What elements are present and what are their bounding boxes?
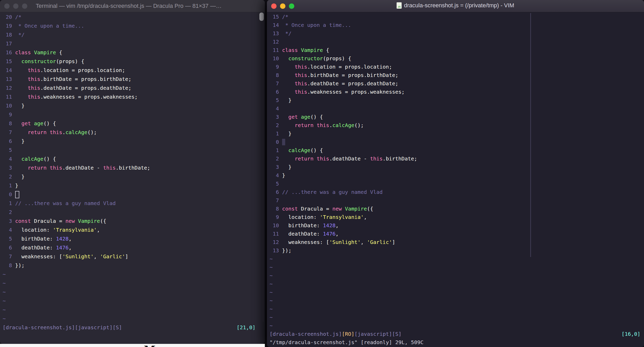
line-number: 6 [3,243,12,252]
window-title: Terminal — vim /tmp/dracula-screenshot.j… [36,3,222,9]
code-line[interactable]: 8 get age() { [3,119,265,128]
line-number: 7 [270,196,279,205]
code-line[interactable]: 1} [3,181,265,190]
code-line[interactable]: 6 this.weaknesses = props.weaknesses; [270,88,644,96]
line-number: 17 [3,39,12,48]
line-number: 1 [270,146,279,154]
code-line[interactable]: 3const Dracula = new Vampire({ [3,217,265,225]
code-line[interactable]: 7 return this.calcAge(); [3,128,265,137]
line-number: 6 [270,188,279,196]
minimize-button[interactable] [13,3,19,9]
code-text: get age() { [15,120,56,127]
code-line[interactable]: 4} [270,171,644,180]
empty-line-tilde: ~ [3,314,265,323]
code-line[interactable]: 0 [270,138,644,146]
close-button[interactable] [4,3,10,9]
code-line[interactable]: 14 this.location = props.location; [3,66,265,75]
right-window-titlebar[interactable]: dracula-screenshot.js = (/private/tmp) -… [267,0,644,12]
code-line[interactable]: 8const Dracula = new Vampire({ [270,205,644,213]
vim-statusline: [dracula-screenshot.js][RO][javascript][… [270,330,644,338]
code-line[interactable]: 18 */ [3,30,265,39]
code-line[interactable]: 10 birthDate: 1428, [270,221,644,230]
desktop: Terminal — vim /tmp/dracula-screenshot.j… [0,0,644,347]
code-text: return this.calcAge(); [15,129,97,135]
code-line[interactable]: 12 this.deathDate = props.deathDate; [3,83,265,92]
code-line[interactable]: 10 } [3,101,265,110]
code-line[interactable]: 16class Vampire { [3,48,265,57]
code-line[interactable]: 8}); [3,261,265,270]
code-line[interactable]: 11 deathDate: 1476, [270,230,644,238]
code-text: this.birthDate = props.birthDate; [282,72,398,78]
code-line[interactable]: 6// ...there was a guy named Vlad [270,188,644,196]
code-text: } [282,164,291,170]
code-line[interactable]: 1 } [270,129,644,138]
code-line[interactable]: 12 [270,38,644,46]
code-line[interactable]: 13}); [270,246,644,255]
code-line[interactable]: 5 [270,180,644,188]
left-terminal-window[interactable]: Terminal — vim /tmp/dracula-screenshot.j… [0,0,265,344]
code-line[interactable]: 17 [3,39,265,48]
code-text: weaknesses: ['Sunlight', 'Garlic'] [15,253,128,260]
code-line[interactable]: 8 this.birthDate = props.birthDate; [270,71,644,79]
code-line[interactable]: 19 * Once upon a time... [3,21,265,30]
code-line[interactable]: 10 constructor(props) { [270,54,644,63]
code-line[interactable]: 3 return this.deathDate - this.birthDate… [3,163,265,172]
vim-buffer-right[interactable]: 15/*14 * Once upon a time...13 */1211cla… [267,12,644,347]
colorcolumn-ruler [530,13,531,257]
code-line[interactable]: 9 location: 'Transylvania', [270,213,644,221]
code-text: return this.calcAge(); [282,122,364,128]
code-line[interactable]: 13 this.birthDate = props.birthDate; [3,75,265,83]
code-line[interactable]: 9 [3,110,265,119]
zoom-button[interactable] [22,3,27,9]
code-line[interactable]: 7 [270,196,644,205]
close-button[interactable] [271,3,277,9]
code-line[interactable]: 2 } [3,172,265,181]
left-window-titlebar[interactable]: Terminal — vim /tmp/dracula-screenshot.j… [0,0,265,12]
code-line[interactable]: 15/* [270,13,644,21]
code-line[interactable]: 7 weaknesses: ['Sunlight', 'Garlic'] [3,252,265,261]
code-line[interactable]: 4 [270,104,644,113]
code-text: this.deathDate = props.deathDate; [15,85,132,91]
code-line[interactable]: 5 birthDate: 1428, [3,234,265,243]
code-line[interactable]: 6 deathDate: 1476, [3,243,265,252]
code-line[interactable]: 12 weaknesses: ['Sunlight', 'Garlic'] [270,238,644,246]
right-terminal-window[interactable]: dracula-screenshot.js = (/private/tmp) -… [267,0,644,347]
code-text: */ [15,32,25,38]
code-line[interactable]: 20/* [3,13,265,21]
empty-line-tilde: ~ [270,288,644,296]
code-line[interactable]: 2 return this.calcAge(); [270,121,644,129]
code-line[interactable]: 4 location: 'Transylvania', [3,225,265,234]
code-line[interactable]: 2 return this.deathDate - this.birthDate… [270,154,644,163]
code-line[interactable]: 5 [3,146,265,154]
code-line[interactable]: 15 constructor(props) { [3,57,265,66]
scrollbar-thumb[interactable] [259,13,264,21]
code-line[interactable]: 14 * Once upon a time... [270,21,644,29]
code-line[interactable]: 11 this.weaknesses = props.weaknesses; [3,92,265,101]
line-number: 13 [3,75,12,83]
line-number: 7 [3,252,12,261]
code-line[interactable]: 3 get age() { [270,113,644,121]
code-text: location: 'Transylvania', [15,227,100,233]
minimize-button[interactable] [280,3,285,9]
code-text: class Vampire { [15,49,62,56]
line-number: 6 [270,88,279,96]
code-line[interactable]: 5 } [270,96,644,104]
code-line[interactable]: 1// ...there was a guy named Vlad [3,199,265,208]
zoom-button[interactable] [289,3,294,9]
code-line[interactable]: 6 } [3,137,265,146]
code-line[interactable]: 11class Vampire { [270,46,644,54]
vim-buffer-left[interactable]: 20/*19 * Once upon a time...18 */1716cla… [0,12,265,344]
code-line[interactable]: 3 } [270,163,644,171]
code-line[interactable]: 0 [3,190,265,199]
line-number: 16 [3,48,12,57]
line-number: 4 [3,225,12,234]
code-line[interactable]: 7 this.deathDate = props.deathDate; [270,79,644,88]
line-number: 3 [3,163,12,172]
code-line[interactable]: 13 */ [270,29,644,38]
code-text: } [15,138,25,144]
code-line[interactable]: 1 calcAge() { [270,146,644,154]
code-line[interactable]: 2 [3,208,265,217]
code-line[interactable]: 9 this.location = props.location; [270,63,644,71]
empty-line-tilde: ~ [3,305,265,314]
code-line[interactable]: 4 calcAge() { [3,154,265,163]
